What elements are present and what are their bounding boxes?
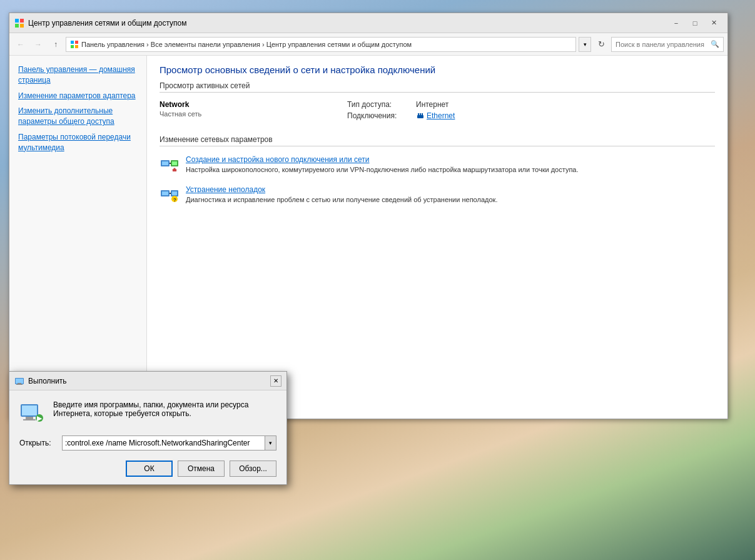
sidebar-item-sharing[interactable]: Изменить дополнительные параметры общего… [9, 103, 146, 130]
connections-label: Подключения: [347, 111, 410, 120]
svg-rect-34 [23, 419, 36, 420]
troubleshoot-icon: ? [160, 185, 180, 205]
access-type-value: Интернет [416, 100, 448, 109]
svg-rect-0 [15, 19, 19, 23]
action-content-new-connection: Создание и настройка нового подключения … [186, 155, 579, 175]
main-panel: Просмотр основных сведений о сети и наст… [147, 56, 727, 419]
new-connection-desc: Настройка широкополосного, коммутируемог… [186, 166, 579, 173]
search-input[interactable] [616, 41, 711, 48]
network-name: Network [160, 100, 347, 109]
svg-rect-30 [16, 384, 23, 385]
svg-rect-4 [71, 41, 74, 44]
svg-text:▶: ▶ [37, 415, 43, 422]
svg-rect-33 [26, 417, 33, 419]
maximize-button[interactable]: □ [686, 17, 704, 29]
forward-button[interactable]: → [31, 37, 46, 52]
run-dialog-title: Выполнить [28, 377, 270, 385]
svg-rect-11 [422, 113, 423, 116]
connections-row: Подключения: Ethernet [347, 111, 715, 120]
change-section-header: Изменение сетевых параметров [160, 135, 715, 146]
run-input[interactable] [63, 436, 265, 450]
action-item-troubleshoot: ? Устранение неполадок Диагностика и исп… [160, 185, 715, 205]
svg-rect-9 [418, 113, 419, 116]
svg-rect-28 [16, 379, 23, 384]
svg-rect-2 [15, 24, 19, 28]
cancel-button[interactable]: Отмена [178, 461, 225, 477]
svg-rect-7 [75, 45, 78, 48]
svg-rect-21 [162, 191, 168, 195]
svg-rect-15 [172, 161, 177, 165]
access-type-label: Тип доступа: [347, 100, 410, 109]
svg-rect-3 [20, 24, 24, 28]
run-title-bar: Выполнить ✕ [9, 372, 286, 390]
svg-rect-23 [172, 191, 177, 195]
run-desc-line2: Интернета, которые требуется открыть. [53, 409, 248, 418]
close-button[interactable]: ✕ [705, 17, 722, 29]
breadcrumb: Панель управления › Все элементы панели … [81, 41, 412, 48]
svg-text:?: ? [173, 197, 176, 203]
ethernet-link[interactable]: Ethernet [416, 111, 455, 120]
address-dropdown[interactable]: ▾ [579, 37, 591, 52]
troubleshoot-desc: Диагностика и исправление проблем с сеть… [186, 196, 497, 203]
search-icon: 🔍 [711, 40, 719, 48]
ethernet-label: Ethernet [427, 111, 455, 120]
browse-button[interactable]: Обзор... [230, 461, 276, 477]
run-header-row: ▶ Введите имя программы, папки, документ… [19, 400, 276, 425]
action-content-troubleshoot: Устранение неполадок Диагностика и испра… [186, 185, 497, 205]
sidebar-item-adapter[interactable]: Изменение параметров адаптера [9, 88, 146, 104]
network-name-block: Network Частная сеть [160, 100, 347, 118]
network-type: Частная сеть [160, 110, 347, 118]
run-input-wrapper: ▾ [62, 435, 276, 451]
refresh-button[interactable]: ↻ [594, 37, 609, 52]
ethernet-icon [416, 111, 425, 120]
minimize-button[interactable]: − [667, 17, 685, 29]
active-networks-header: Просмотр активных сетей [160, 81, 715, 93]
troubleshoot-link[interactable]: Устранение неполадок [186, 185, 497, 194]
window-controls: − □ ✕ [667, 17, 722, 29]
run-description: Введите имя программы, папки, документа … [53, 400, 248, 418]
main-window: Центр управления сетями и общим доступом… [9, 13, 728, 419]
page-title: Просмотр основных сведений о сети и наст… [160, 64, 715, 75]
open-label: Открыть: [19, 439, 57, 447]
run-close-button[interactable]: ✕ [270, 375, 281, 387]
run-desc-line1: Введите имя программы, папки, документа … [53, 400, 248, 409]
new-connection-icon [160, 155, 180, 175]
sidebar: Панель управления — домашняя страница Из… [9, 56, 147, 419]
window-icon [14, 18, 24, 28]
svg-rect-13 [162, 161, 168, 165]
svg-rect-5 [75, 41, 78, 44]
content-area: Панель управления — домашняя страница Из… [9, 56, 727, 419]
svg-rect-32 [22, 405, 37, 415]
ok-button[interactable]: ОК [126, 461, 173, 477]
address-path: Панель управления › Все элементы панели … [66, 37, 576, 52]
network-details: Тип доступа: Интернет Подключения: [347, 100, 715, 123]
access-type-row: Тип доступа: Интернет [347, 100, 715, 109]
new-connection-link[interactable]: Создание и настройка нового подключения … [186, 155, 579, 164]
title-bar: Центр управления сетями и общим доступом… [9, 13, 727, 33]
network-info-row: Network Частная сеть Тип доступа: Интерн… [160, 100, 715, 123]
run-dialog-body: ▶ Введите имя программы, папки, документ… [9, 390, 286, 484]
search-box: 🔍 [611, 37, 724, 52]
svg-rect-19 [173, 170, 176, 171]
window-title: Центр управления сетями и общим доступом [28, 19, 667, 28]
run-dialog: Выполнить ✕ ▶ Введите имя программы, пап… [9, 371, 287, 485]
svg-rect-10 [420, 113, 421, 116]
run-dialog-icon [14, 376, 24, 386]
run-input-row: Открыть: ▾ [19, 435, 276, 451]
svg-rect-29 [18, 383, 21, 384]
action-item-new-connection: Создание и настройка нового подключения … [160, 155, 715, 175]
run-big-icon: ▶ [19, 400, 44, 425]
address-bar: ← → ↑ Панель управления › Все элементы п… [9, 33, 727, 56]
svg-rect-6 [71, 45, 74, 48]
up-button[interactable]: ↑ [48, 37, 63, 52]
run-buttons: ОК Отмена Обзор... [19, 461, 276, 477]
back-button[interactable]: ← [13, 37, 28, 52]
sidebar-item-home[interactable]: Панель управления — домашняя страница [9, 62, 146, 88]
change-section: Изменение сетевых параметров [160, 135, 715, 205]
run-input-dropdown[interactable]: ▾ [265, 436, 276, 450]
sidebar-item-media[interactable]: Параметры потоковой передачи мультимедиа [9, 130, 146, 156]
path-icon [70, 40, 79, 49]
svg-rect-1 [20, 19, 24, 23]
